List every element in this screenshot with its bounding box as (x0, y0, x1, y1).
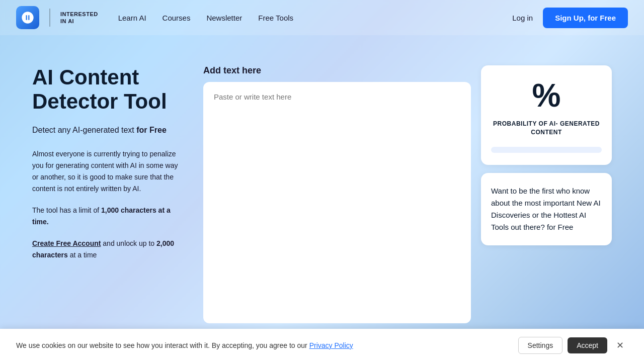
cookie-text: We use cookies on our website to see how… (16, 341, 512, 349)
cta-end: at a time (68, 251, 97, 259)
textarea-wrapper (203, 82, 471, 323)
discovery-card: Want to be the first who know about the … (481, 173, 612, 245)
cookie-settings-button[interactable]: Settings (518, 337, 563, 354)
left-panel: AI Content Detector Tool Detect any AI-g… (32, 65, 183, 323)
logo-svg (21, 11, 35, 25)
main-content: AI Content Detector Tool Detect any AI-g… (0, 35, 644, 323)
logo-icon (16, 6, 39, 29)
logo-divider (49, 9, 50, 27)
nav-link-learn-ai[interactable]: Learn AI (118, 14, 146, 22)
page-title: AI Content Detector Tool (32, 65, 183, 114)
cookie-banner: We use cookies on our website to see how… (0, 329, 644, 362)
cookie-buttons: Settings Accept ✕ (518, 337, 628, 354)
subtitle-text: Detect any AI-generated text (32, 126, 136, 134)
signup-button[interactable]: Sign Up, for Free (543, 8, 628, 28)
limit-text: The tool has a limit of 1,000 characters… (32, 205, 183, 228)
logo-text: INTERESTEDIN AI (60, 11, 98, 25)
nav-link-free-tools[interactable]: Free Tools (258, 14, 293, 22)
navigation: INTERESTEDIN AI Learn AI Courses Newslet… (0, 0, 644, 35)
nav-auth: Log in Sign Up, for Free (512, 8, 628, 28)
result-label: PROBABILITY OF AI- GENERATED CONTENT (491, 120, 602, 137)
nav-link-courses[interactable]: Courses (163, 14, 191, 22)
cookie-accept-button[interactable]: Accept (568, 337, 607, 353)
subtitle: Detect any AI-generated text for Free (32, 124, 183, 136)
cta-suffix: and unlock up to (101, 239, 156, 247)
discovery-text: Want to be the first who know about the … (491, 185, 602, 233)
cookie-message: We use cookies on our website to see how… (16, 341, 309, 349)
nav-link-newsletter[interactable]: Newsletter (206, 14, 242, 22)
subtitle-bold: for Free (136, 126, 167, 134)
privacy-policy-link[interactable]: Privacy Policy (309, 341, 353, 349)
logo-link[interactable]: INTERESTEDIN AI (16, 6, 98, 29)
right-cards: % PROBABILITY OF AI- GENERATED CONTENT W… (481, 65, 612, 323)
progress-bar-container (491, 147, 602, 153)
result-card: % PROBABILITY OF AI- GENERATED CONTENT (481, 65, 612, 165)
login-button[interactable]: Log in (512, 14, 533, 22)
limit-prefix: The tool has a limit of (32, 206, 101, 214)
text-input[interactable] (214, 93, 460, 313)
create-account-link[interactable]: Create Free Account (32, 239, 101, 247)
nav-links: Learn AI Courses Newsletter Free Tools (118, 14, 513, 22)
cookie-close-button[interactable]: ✕ (612, 338, 628, 353)
percent-display: % (491, 79, 602, 112)
section-label: Add text here (203, 65, 471, 76)
text-input-section: Add text here (203, 65, 471, 323)
cta-text: Create Free Account and unlock up to 2,0… (32, 238, 183, 261)
description-text: Almost everyone is currently trying to p… (32, 148, 183, 195)
right-side: Add text here % PROBABILITY OF AI- GENER… (203, 65, 612, 323)
